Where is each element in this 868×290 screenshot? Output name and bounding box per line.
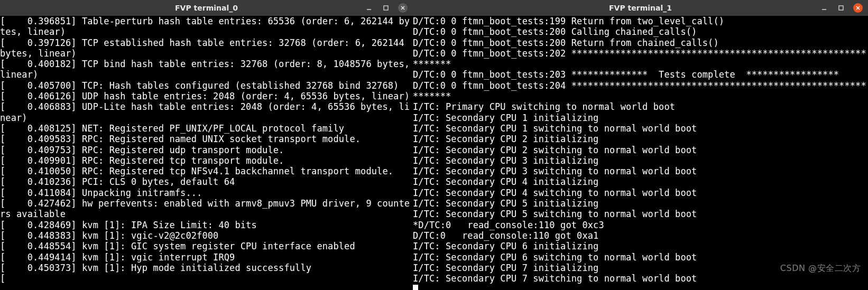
titlebar-0[interactable]: FVP terminal_0 — [0, 0, 413, 16]
terminal-line: [ 0.427462] hw perfevents: enabled with … — [0, 198, 413, 220]
terminal-line: I/TC: Secondary CPU 3 switching to norma… — [413, 166, 868, 176]
terminal-line: [ 0.400182] TCP bind hash table entries:… — [0, 59, 413, 80]
terminal-line: D/TC:0 0 ftmn_boot_tests:199 Return from… — [413, 16, 868, 26]
terminal-line: [ 0.448383] kvm [1]: vgic-v2@2c02f000 — [0, 230, 413, 241]
terminal-line: I/TC: Secondary CPU 6 switching to norma… — [413, 252, 868, 263]
window-controls-1 — [819, 3, 868, 13]
terminal-line: [ 0.397126] TCP established hash table e… — [0, 38, 413, 59]
terminal-line: D/TC:0 0 ftmn_boot_tests:203 ***********… — [413, 69, 868, 80]
cursor-block — [413, 285, 418, 290]
terminal-line: [ 0.408125] NET: Registered PF_UNIX/PF_L… — [0, 123, 413, 134]
terminal-line: D/TC:0 0 ftmn_boot_tests:204 ***********… — [413, 80, 868, 102]
terminal-line: [ 0.410236] PCI: CLS 0 bytes, default 64 — [0, 176, 413, 187]
terminal-line: I/TC: Secondary CPU 2 switching to norma… — [413, 145, 868, 155]
terminal-line: [ 0.405700] TCP: Hash tables configured … — [0, 80, 413, 91]
maximize-icon — [383, 5, 389, 11]
terminal-window-1: FVP terminal_1 D/TC:0 0 ftmn_boot_tests:… — [413, 0, 868, 290]
window-title-0: FVP terminal_0 — [0, 4, 413, 12]
terminal-line: I/TC: Secondary CPU 2 initializing — [413, 134, 868, 144]
terminal-line — [413, 284, 868, 290]
terminal-window-0: FVP terminal_0 [ 0.396851] Table-perturb… — [0, 0, 413, 290]
terminal-line: [ 0.409901] RPC: Registered tcp transpor… — [0, 155, 413, 166]
terminal-output-0[interactable]: [ 0.396851] Table-perturb hash table ent… — [0, 16, 413, 290]
maximize-button[interactable] — [836, 3, 846, 13]
terminal-line: D/TC:0 0 ftmn_boot_tests:202 ***********… — [413, 48, 868, 70]
terminal-line: I/TC: Secondary CPU 5 initializing — [413, 198, 868, 209]
maximize-button[interactable] — [381, 3, 391, 13]
terminal-line: [ 0.396851] Table-perturb hash table ent… — [0, 16, 413, 38]
terminal-line: [ 0.410050] RPC: Registered tcp NFSv4.1 … — [0, 166, 413, 176]
terminal-output-1[interactable]: D/TC:0 0 ftmn_boot_tests:199 Return from… — [413, 16, 868, 290]
terminal-line: [ 0.406883] UDP-Lite hash table entries:… — [0, 101, 413, 123]
terminal-line: I/TC: Secondary CPU 7 switching to norma… — [413, 273, 868, 284]
terminal-line: [ 0.449414] kvm [1]: vgic interrupt IRQ9 — [0, 252, 413, 263]
close-icon — [855, 5, 861, 11]
terminal-line: [ 0.450373] kvm [1]: Hyp mode initialize… — [0, 263, 413, 273]
terminal-line: *D/TC:0 read_console:110 got 0xc3 — [413, 220, 868, 230]
svg-rect-5 — [839, 6, 843, 10]
terminal-line: D/TC:0 read_console:110 got 0xa1 — [413, 230, 868, 241]
terminal-line: I/TC: Secondary CPU 4 switching to norma… — [413, 188, 868, 198]
terminal-line: I/TC: Secondary CPU 3 initializing — [413, 155, 868, 166]
terminal-line: [ — [0, 273, 413, 284]
window-title-1: FVP terminal_1 — [413, 4, 868, 12]
window-controls-0 — [364, 3, 413, 13]
close-button[interactable] — [853, 3, 863, 13]
terminal-line: [ 0.409753] RPC: Registered udp transpor… — [0, 145, 413, 155]
terminal-line: I/TC: Secondary CPU 5 switching to norma… — [413, 209, 868, 219]
minimize-icon — [366, 5, 372, 11]
terminal-line: D/TC:0 0 ftmn_boot_tests:200 Return from… — [413, 38, 868, 48]
minimize-icon — [821, 5, 827, 11]
terminal-line: I/TC: Secondary CPU 6 initializing — [413, 241, 868, 251]
terminal-line: I/TC: Secondary CPU 4 initializing — [413, 176, 868, 187]
terminal-line: [ 0.406126] UDP hash table entries: 2048… — [0, 91, 413, 101]
terminal-line: [ 0.411084] Unpacking initramfs... — [0, 188, 413, 198]
terminal-line: I/TC: Secondary CPU 1 initializing — [413, 113, 868, 123]
maximize-icon — [838, 5, 844, 11]
close-button[interactable] — [398, 3, 408, 13]
terminal-line: [ 0.448554] kvm [1]: GIC system register… — [0, 241, 413, 251]
terminal-line: I/TC: Secondary CPU 7 initializing — [413, 263, 868, 273]
minimize-button[interactable] — [364, 3, 374, 13]
svg-rect-1 — [384, 6, 388, 10]
terminal-line: [ 0.409583] RPC: Registered named UNIX s… — [0, 134, 413, 144]
terminal-line: [ 0.428469] kvm [1]: IPA Size Limit: 40 … — [0, 220, 413, 230]
minimize-button[interactable] — [819, 3, 829, 13]
close-icon — [400, 5, 405, 11]
terminal-line: D/TC:0 0 ftmn_boot_tests:200 Calling cha… — [413, 26, 868, 37]
terminal-line: I/TC: Primary CPU switching to normal wo… — [413, 101, 868, 112]
terminal-line: I/TC: Secondary CPU 1 switching to norma… — [413, 123, 868, 134]
titlebar-1[interactable]: FVP terminal_1 — [413, 0, 868, 16]
